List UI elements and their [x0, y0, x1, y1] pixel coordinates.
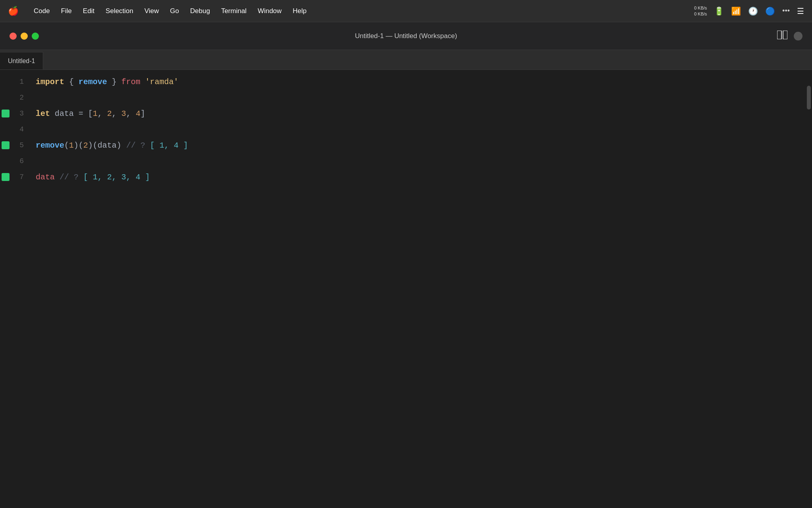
svg-rect-1: [783, 31, 787, 39]
menubar-terminal[interactable]: Terminal: [216, 6, 252, 17]
menubar: 🍎 Code File Edit Selection View Go Debug…: [0, 0, 812, 22]
quokka-indicator-3: [2, 110, 10, 117]
quokka-indicator-7: [2, 173, 10, 181]
code-line-4: [36, 121, 806, 137]
battery-icon: 🔋: [714, 6, 724, 16]
token-punctuation: )(: [74, 141, 83, 150]
menubar-code[interactable]: Code: [28, 6, 56, 17]
gutter-line-3: 3: [19, 110, 24, 117]
token-kw-let: let: [36, 109, 50, 118]
token-comment: // ?: [55, 173, 83, 182]
code-line-7: data // ? [ 1, 2, 3, 4 ]: [36, 169, 806, 185]
gutter-line-6: 6: [19, 157, 24, 165]
code-editor[interactable]: import { remove } from 'ramda'let data =…: [32, 70, 806, 508]
network-up: 0 KB/s: [694, 5, 707, 11]
window-controls: [10, 33, 39, 40]
gutter-line-1: 1: [19, 78, 24, 86]
gutter-line-2: 2: [19, 94, 24, 102]
window-title: Untitled-1 — Untitled (Workspace): [355, 32, 457, 40]
token-num: 1: [93, 109, 98, 118]
quokka-indicator-5: [2, 141, 10, 149]
gutter-line-7: 7: [19, 173, 24, 181]
clock-icon: 🕐: [748, 6, 758, 16]
token-kw-import: import: [36, 77, 64, 87]
editor-container: 1234567 import { remove } from 'ramda'le…: [0, 70, 812, 508]
finder-icon: 🔵: [765, 6, 775, 16]
token-punctuation: [140, 77, 145, 87]
menubar-window[interactable]: Window: [252, 6, 287, 17]
token-punctuation: }: [107, 77, 121, 87]
token-punctuation: ]: [140, 109, 145, 118]
code-line-2: [36, 90, 806, 106]
line-number-7: 7: [0, 169, 32, 185]
menubar-right: 0 KB/s 0 KB/s 🔋 📶 🕐 🔵 ••• ☰: [694, 5, 804, 17]
scrollbar-thumb[interactable]: [807, 86, 811, 110]
token-comment-result: [ 1, 2, 3, 4 ]: [83, 173, 150, 182]
token-num: 2: [107, 109, 112, 118]
menubar-selection[interactable]: Selection: [100, 6, 139, 17]
line-number-4: 4: [0, 121, 32, 137]
menubar-file[interactable]: File: [56, 6, 77, 17]
split-editor-icon[interactable]: [777, 31, 787, 42]
token-punctuation: {: [64, 77, 79, 87]
minimize-button[interactable]: [21, 33, 28, 40]
gutter-line-5: 5: [19, 141, 24, 149]
token-var-name: data: [50, 109, 79, 118]
line-number-3: 3: [0, 106, 32, 121]
token-var-name: data: [98, 141, 117, 150]
token-comment: // ?: [121, 141, 150, 150]
tab-label: Untitled-1: [8, 58, 35, 65]
scrollbar-track[interactable]: [806, 70, 812, 508]
list-icon[interactable]: ☰: [797, 6, 804, 16]
token-punctuation: ,: [98, 109, 107, 118]
token-num: 4: [136, 109, 140, 118]
tab-bar: Untitled-1: [0, 50, 812, 70]
network-down: 0 KB/s: [694, 11, 707, 17]
token-punctuation: ): [117, 141, 121, 150]
titlebar: Untitled-1 — Untitled (Workspace): [0, 22, 812, 50]
menubar-view[interactable]: View: [139, 6, 165, 17]
code-line-3: let data = [1, 2, 3, 4]: [36, 106, 806, 121]
menubar-debug[interactable]: Debug: [185, 6, 216, 17]
code-line-1: import { remove } from 'ramda': [36, 74, 806, 90]
tab-untitled-1[interactable]: Untitled-1: [0, 52, 43, 69]
token-num: 1: [69, 141, 74, 150]
token-num: 3: [121, 109, 126, 118]
token-str: 'ramda': [145, 77, 178, 87]
titlebar-actions: [777, 31, 802, 42]
token-comment-result: [ 1, 4 ]: [150, 141, 188, 150]
token-kw-from: from: [121, 77, 140, 87]
token-fn: remove: [36, 141, 64, 150]
wifi-icon: 📶: [731, 6, 741, 16]
apple-menu[interactable]: 🍎: [8, 6, 19, 16]
line-number-1: 1: [0, 74, 32, 90]
code-line-6: [36, 153, 806, 169]
dot-icon[interactable]: [794, 32, 802, 40]
close-button[interactable]: [10, 33, 17, 40]
more-icon[interactable]: •••: [782, 7, 790, 15]
token-punctuation: ,: [126, 109, 136, 118]
network-stats: 0 KB/s 0 KB/s: [694, 5, 707, 17]
line-gutter: 1234567: [0, 70, 32, 508]
token-punctuation: ,: [112, 109, 121, 118]
line-number-5: 5: [0, 137, 32, 153]
token-punctuation: = [: [79, 109, 93, 118]
token-punctuation: (: [64, 141, 69, 150]
menubar-go[interactable]: Go: [165, 6, 185, 17]
maximize-button[interactable]: [32, 33, 39, 40]
line-number-6: 6: [0, 153, 32, 169]
gutter-line-4: 4: [19, 125, 24, 133]
token-var-data: data: [36, 173, 55, 182]
token-punctuation: )(: [88, 141, 98, 150]
token-fn: remove: [79, 77, 107, 87]
token-num: 2: [83, 141, 88, 150]
line-number-2: 2: [0, 90, 32, 106]
code-line-5: remove(1)(2)(data) // ? [ 1, 4 ]: [36, 137, 806, 153]
menubar-help[interactable]: Help: [287, 6, 312, 17]
svg-rect-0: [777, 31, 781, 39]
menubar-edit[interactable]: Edit: [77, 6, 100, 17]
